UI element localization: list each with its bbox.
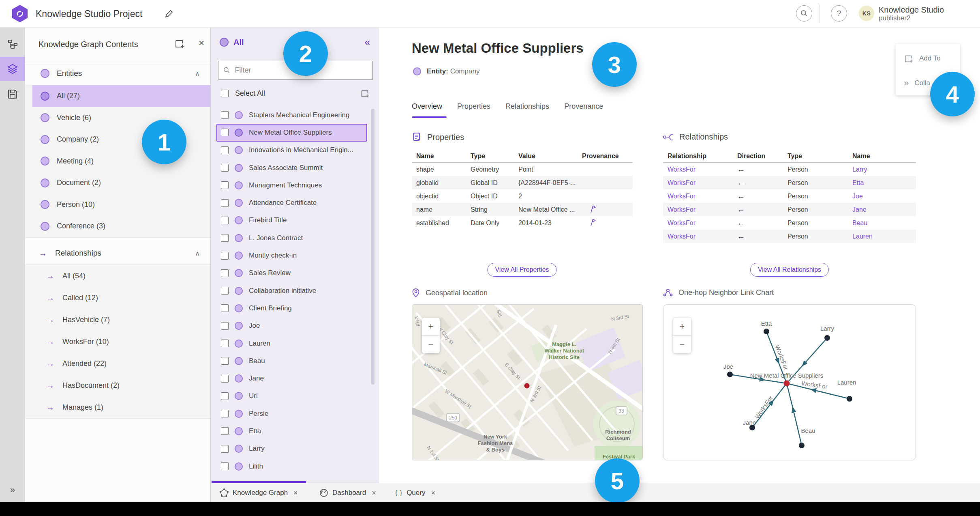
list-item[interactable]: Staplers Mechanical Engineering xyxy=(211,106,375,124)
item-checkbox[interactable] xyxy=(221,129,229,136)
graph-node[interactable] xyxy=(799,443,805,448)
item-checkbox[interactable] xyxy=(221,252,229,260)
item-checkbox[interactable] xyxy=(221,445,229,453)
item-checkbox[interactable] xyxy=(221,269,229,277)
relationship-link[interactable]: WorksFor xyxy=(663,193,733,200)
provenance-flag-icon[interactable] xyxy=(589,205,597,213)
item-checkbox[interactable] xyxy=(221,234,229,242)
entity-link[interactable]: Etta xyxy=(848,179,916,187)
collapse-menu-item[interactable]: » Colla xyxy=(904,78,930,88)
collapse-panel-icon[interactable]: « xyxy=(365,37,370,48)
expand-rail-button[interactable]: » xyxy=(0,478,25,502)
tab-knowledge-graph[interactable]: Knowledge Graph × xyxy=(220,483,298,503)
tab-query[interactable]: { } Query × xyxy=(395,483,435,503)
item-checkbox[interactable] xyxy=(221,340,229,347)
tab-properties[interactable]: Properties xyxy=(457,102,490,111)
view-all-properties-button[interactable]: View All Properties xyxy=(487,263,556,277)
list-item[interactable]: L. Jones Contract xyxy=(211,229,375,247)
hierarchy-tool-button[interactable] xyxy=(0,32,25,57)
select-all-checkbox[interactable] xyxy=(221,90,229,97)
list-item-selected[interactable]: New Metal Office Suppliers xyxy=(216,124,367,141)
list-item[interactable]: Uri xyxy=(211,387,375,405)
relationship-type-item[interactable]: → Attended (22) xyxy=(32,353,210,374)
graph-node[interactable] xyxy=(764,329,769,334)
zoom-out-button[interactable]: − xyxy=(673,336,691,354)
relationship-link[interactable]: WorksFor xyxy=(663,219,733,227)
list-item[interactable]: Joe xyxy=(211,317,375,335)
relationship-link[interactable]: WorksFor xyxy=(663,166,733,173)
entity-type-item[interactable]: Meeting (4) xyxy=(32,150,210,172)
item-checkbox[interactable] xyxy=(221,217,229,224)
item-checkbox[interactable] xyxy=(221,111,229,119)
graph-node[interactable] xyxy=(847,396,852,402)
item-checkbox[interactable] xyxy=(221,410,229,417)
list-item[interactable]: Innovations in Mechanical Engin... xyxy=(211,142,375,159)
scrollbar-thumb[interactable] xyxy=(371,109,374,385)
entity-type-item[interactable]: Document (2) xyxy=(32,172,210,194)
relationship-link[interactable]: WorksFor xyxy=(663,233,733,240)
list-item[interactable]: Larry xyxy=(211,440,375,458)
edit-pencil-icon[interactable] xyxy=(164,9,174,19)
map-panel[interactable]: k Rd W Clay St Sal Marshall St W Marshal… xyxy=(412,304,643,460)
avatar[interactable]: KS xyxy=(859,6,874,21)
entity-link[interactable]: Jane xyxy=(848,206,916,213)
add-to-new-icon[interactable] xyxy=(174,38,185,49)
list-item[interactable]: Managment Techniques xyxy=(211,176,375,194)
entity-link[interactable]: Lauren xyxy=(848,233,916,240)
relationship-type-item[interactable]: → Called (12) xyxy=(32,287,210,309)
list-item[interactable]: Jane xyxy=(211,370,375,387)
relationship-type-item[interactable]: → HasDocument (2) xyxy=(32,374,210,396)
search-button[interactable] xyxy=(796,5,812,22)
entity-type-item[interactable]: Conference (3) xyxy=(32,215,210,237)
relationships-section-header[interactable]: → Relationships ∧ xyxy=(25,242,210,264)
item-checkbox[interactable] xyxy=(221,304,229,312)
list-item[interactable]: Lauren xyxy=(211,335,375,352)
list-item[interactable]: Sales Associate Summit xyxy=(211,159,375,176)
close-tab-icon[interactable]: × xyxy=(431,489,435,497)
relationship-link[interactable]: WorksFor xyxy=(663,206,733,213)
entity-type-item[interactable]: Person (10) xyxy=(32,194,210,216)
entities-section-header[interactable]: Entities ∧ xyxy=(25,62,210,85)
item-checkbox[interactable] xyxy=(221,427,229,435)
item-checkbox[interactable] xyxy=(221,181,229,189)
relationship-type-item[interactable]: → WorksFor (10) xyxy=(32,331,210,353)
help-button[interactable]: ? xyxy=(831,5,847,22)
list-item[interactable]: Beau xyxy=(211,352,375,370)
item-checkbox[interactable] xyxy=(221,164,229,172)
item-checkbox[interactable] xyxy=(221,199,229,207)
list-item[interactable]: Persie xyxy=(211,405,375,422)
graph-center-node[interactable] xyxy=(784,381,790,387)
zoom-in-button[interactable]: + xyxy=(673,318,691,336)
item-checkbox[interactable] xyxy=(221,287,229,295)
view-all-relationships-button[interactable]: View All Relationships xyxy=(750,263,829,277)
provenance-flag-icon[interactable] xyxy=(589,218,597,226)
item-checkbox[interactable] xyxy=(221,322,229,330)
tab-dashboard[interactable]: Dashboard × xyxy=(319,483,376,503)
item-checkbox[interactable] xyxy=(221,462,229,470)
add-to-new-icon[interactable] xyxy=(360,88,370,98)
entity-link[interactable]: Larry xyxy=(848,166,916,173)
tab-overview[interactable]: Overview xyxy=(412,102,442,111)
save-tool-button[interactable] xyxy=(0,82,25,106)
zoom-out-button[interactable]: − xyxy=(422,336,440,354)
list-item[interactable]: Firebird Title xyxy=(211,212,375,229)
relationship-type-item[interactable]: → All (54) xyxy=(32,265,210,287)
list-item[interactable]: Lilith xyxy=(211,458,375,475)
entity-link[interactable]: Beau xyxy=(848,219,916,227)
relationship-type-item[interactable]: → HasVehicle (7) xyxy=(32,309,210,331)
item-checkbox[interactable] xyxy=(221,392,229,400)
close-panel-button[interactable]: × xyxy=(199,37,204,49)
list-item[interactable]: Sales Review xyxy=(211,264,375,282)
item-checkbox[interactable] xyxy=(221,146,229,154)
tab-relationships[interactable]: Relationships xyxy=(505,102,549,111)
item-checkbox[interactable] xyxy=(221,357,229,365)
list-item[interactable]: Montly check-in xyxy=(211,247,375,264)
graph-node[interactable] xyxy=(727,372,733,377)
list-item[interactable]: Attendance Certificate xyxy=(211,194,375,211)
close-tab-icon[interactable]: × xyxy=(372,489,376,497)
add-to-menu-item[interactable]: Add To xyxy=(904,54,941,63)
user-info[interactable]: Knowledge Studio publisher2 xyxy=(879,5,944,22)
tab-provenance[interactable]: Provenance xyxy=(564,102,603,111)
app-logo[interactable] xyxy=(12,5,28,22)
relationship-type-item[interactable]: → Manages (1) xyxy=(32,396,210,418)
